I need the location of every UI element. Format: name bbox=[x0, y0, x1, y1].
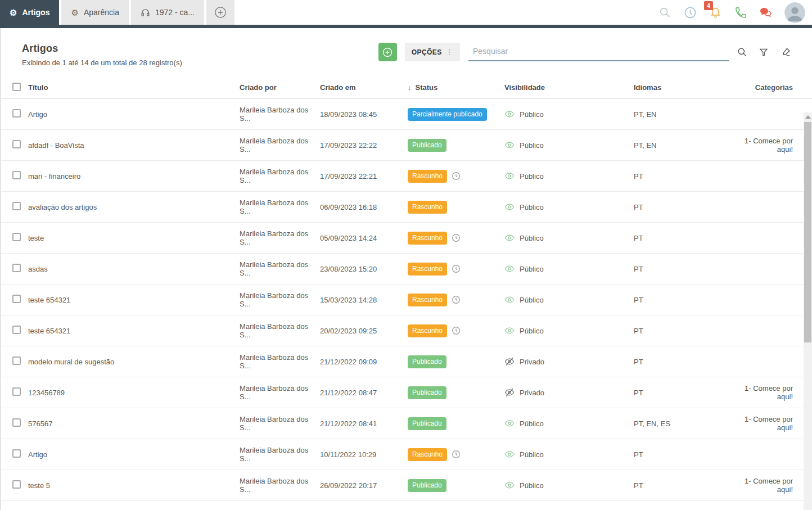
eye-public-icon bbox=[504, 449, 515, 459]
table-row[interactable]: teste Marileia Barboza dos S... 05/09/20… bbox=[1, 223, 812, 254]
table-row[interactable]: afdadf - BoaVista Marileia Barboza dos S… bbox=[1, 130, 812, 161]
avatar[interactable] bbox=[784, 2, 805, 23]
row-checkbox[interactable] bbox=[12, 418, 21, 427]
column-header-criado-por[interactable]: Criado por bbox=[240, 83, 320, 92]
tab-aparencia[interactable]: ⚙ Aparência bbox=[61, 0, 129, 25]
cell-titulo: mari - financeiro bbox=[28, 172, 240, 180]
status-badge: Rascunho bbox=[408, 324, 447, 337]
cell-criado-em: 20/02/2023 09:25 bbox=[320, 327, 408, 335]
options-label: OPÇÕES bbox=[412, 48, 442, 56]
row-checkbox[interactable] bbox=[12, 295, 21, 303]
cell-criado-em: 21/12/2022 08:41 bbox=[320, 419, 408, 428]
column-header-status[interactable]: ↓Status bbox=[408, 83, 504, 92]
cell-visibilidade: Público bbox=[504, 109, 634, 119]
cell-criado-por: Marileia Barboza dos S... bbox=[240, 415, 320, 432]
cell-criado-em: 05/09/2023 14:24 bbox=[320, 234, 408, 242]
column-header-titulo[interactable]: Título bbox=[28, 83, 240, 92]
pending-clock-icon bbox=[452, 326, 461, 335]
search-icon[interactable] bbox=[658, 6, 671, 19]
column-header-idiomas[interactable]: Idiomas bbox=[634, 83, 731, 92]
row-checkbox[interactable] bbox=[12, 264, 21, 272]
cell-titulo: Artigo bbox=[28, 110, 240, 119]
row-checkbox[interactable] bbox=[12, 109, 21, 118]
cell-visibilidade: Público bbox=[504, 233, 634, 243]
cell-criado-em: 06/09/2023 16:18 bbox=[320, 203, 408, 211]
table-row[interactable]: 123456789 Marileia Barboza dos S... 21/1… bbox=[1, 377, 812, 408]
cell-titulo: teste bbox=[28, 234, 240, 242]
column-header-visibilidade[interactable]: Visibilidade bbox=[504, 83, 634, 92]
search-icon[interactable] bbox=[736, 46, 748, 58]
column-header-categorias[interactable]: Categorias bbox=[731, 83, 793, 92]
pending-clock-icon bbox=[452, 171, 461, 180]
table-row[interactable]: avaliação dos artigos Marileia Barboza d… bbox=[1, 192, 812, 223]
row-checkbox[interactable] bbox=[12, 326, 21, 334]
cell-idiomas: PT, EN, ES bbox=[634, 419, 731, 428]
row-checkbox[interactable] bbox=[12, 480, 21, 489]
phone-icon[interactable] bbox=[734, 6, 747, 19]
bell-icon[interactable]: 4 bbox=[709, 6, 722, 19]
cell-criado-em: 21/12/2022 09:09 bbox=[320, 358, 408, 366]
table-row[interactable]: 576567 Marileia Barboza dos S... 21/12/2… bbox=[1, 408, 812, 439]
cell-criado-em: 26/09/2022 20:17 bbox=[320, 481, 408, 490]
cell-status: Publicado bbox=[408, 355, 504, 368]
eye-public-icon bbox=[504, 418, 515, 428]
row-checkbox[interactable] bbox=[12, 449, 21, 458]
cell-titulo: teste 654321 bbox=[28, 296, 240, 304]
clock-icon[interactable] bbox=[683, 6, 697, 19]
visibility-label: Público bbox=[520, 296, 544, 304]
cell-criado-em: 17/09/2023 22:22 bbox=[320, 141, 408, 150]
search-input[interactable] bbox=[468, 43, 729, 61]
cell-categorias: 1- Comece por aqui! bbox=[731, 415, 793, 432]
table-header: Título Criado por Criado em ↓Status Visi… bbox=[1, 76, 812, 99]
table-row[interactable]: mari - financeiro Marileia Barboza dos S… bbox=[1, 161, 812, 192]
visibility-label: Público bbox=[520, 481, 544, 490]
row-checkbox[interactable] bbox=[12, 171, 21, 179]
status-badge: Rascunho bbox=[408, 294, 447, 306]
table-row[interactable]: asdas Marileia Barboza dos S... 23/08/20… bbox=[1, 254, 812, 285]
column-header-criado-em[interactable]: Criado em bbox=[320, 83, 408, 92]
table-row[interactable]: teste 654321 Marileia Barboza dos S... 1… bbox=[1, 285, 812, 315]
new-tab-button[interactable] bbox=[206, 0, 234, 25]
row-checkbox[interactable] bbox=[12, 356, 21, 365]
row-checkbox[interactable] bbox=[12, 387, 21, 396]
options-button[interactable]: OPÇÕES ⋮ bbox=[405, 43, 460, 61]
cell-idiomas: PT bbox=[634, 296, 731, 304]
select-all-checkbox[interactable] bbox=[12, 83, 21, 91]
table-row[interactable]: modelo mural de sugestão Marileia Barboz… bbox=[1, 346, 812, 377]
page-header: Artigos Exibindo de 1 até 14 de um total… bbox=[1, 28, 812, 67]
scrollbar-thumb[interactable] bbox=[804, 122, 811, 342]
cell-idiomas: PT bbox=[634, 450, 731, 459]
filter-icon[interactable] bbox=[757, 46, 770, 58]
cell-status: Rascunho bbox=[408, 201, 504, 214]
cell-criado-em: 15/03/2023 14:28 bbox=[320, 296, 408, 304]
eye-public-icon bbox=[504, 140, 515, 150]
cell-criado-em: 17/09/2023 22:21 bbox=[320, 172, 408, 180]
scroll-up-arrow[interactable] bbox=[805, 115, 811, 119]
cell-criado-em: 21/12/2022 08:47 bbox=[320, 389, 408, 397]
tab-1972-ca[interactable]: 1972 - ca... bbox=[131, 0, 204, 25]
tab-artigos[interactable]: ⚙ Artigos bbox=[0, 0, 59, 25]
vertical-scrollbar[interactable] bbox=[804, 112, 812, 510]
row-checkbox[interactable] bbox=[12, 202, 21, 210]
chat-icon[interactable] bbox=[759, 6, 773, 19]
table-row[interactable]: teste 5 Marileia Barboza dos S... 26/09/… bbox=[1, 470, 812, 501]
cell-criado-por: Marileia Barboza dos S... bbox=[240, 446, 320, 463]
status-badge: Rascunho bbox=[408, 263, 447, 276]
status-badge: Rascunho bbox=[408, 170, 447, 183]
kebab-menu-icon: ⋮ bbox=[446, 48, 453, 56]
cell-status: Rascunho bbox=[408, 263, 504, 276]
table-row[interactable]: Artigo Marileia Barboza dos S... 10/11/2… bbox=[1, 439, 812, 470]
clear-filter-icon[interactable] bbox=[779, 46, 792, 58]
table-row[interactable]: Artigo Marileia Barboza dos S... 18/09/2… bbox=[1, 99, 812, 130]
cell-criado-por: Marileia Barboza dos S... bbox=[240, 291, 320, 308]
eye-public-icon bbox=[504, 233, 515, 243]
table-row[interactable]: teste 654321 Marileia Barboza dos S... 2… bbox=[1, 315, 812, 346]
row-checkbox[interactable] bbox=[12, 233, 21, 241]
visibility-label: Privado bbox=[520, 358, 544, 366]
cell-idiomas: PT bbox=[634, 172, 731, 180]
row-checkbox[interactable] bbox=[12, 140, 21, 148]
cell-titulo: teste 5 bbox=[28, 481, 240, 490]
add-button[interactable] bbox=[378, 43, 397, 61]
visibility-label: Público bbox=[520, 419, 544, 428]
gear-icon: ⚙ bbox=[71, 8, 78, 17]
